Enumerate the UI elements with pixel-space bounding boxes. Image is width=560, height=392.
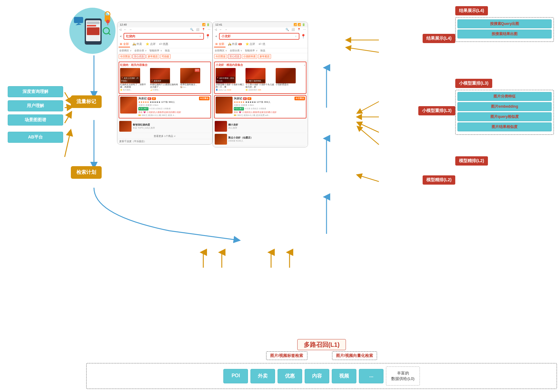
l4-item-1: 按搜索Query出图 (457, 19, 552, 28)
retrieval-labels: 图片/视频标签检索 图片/视频向量化检索 (86, 351, 557, 360)
phone2-food-img-3 (276, 68, 296, 83)
phone1-tag-open[interactable]: 今日营业 (119, 54, 132, 59)
phone2-img-caption-3: 小龙虾肥是出 (276, 83, 305, 86)
svg-line-9 (348, 48, 379, 52)
phone2-tab-delivery[interactable]: 🛵 外卖 热 (227, 42, 243, 47)
right-section-l3: 小模型重排(L3) 图片分类特征 图片embedding 图片query相似度 … (455, 79, 554, 135)
data-item-poi: POI (223, 369, 248, 383)
phone1-tab-delivery[interactable]: 🛵 外卖 (131, 42, 144, 47)
phone2-img-caption-1: 冰镇花雕小龙虾 小龙虾大概三两一只，事 (216, 83, 245, 89)
phone2-sub-item-1: 糟小龙虾 26人推荐 (215, 120, 306, 133)
phone1-tab-deal[interactable]: 🏷 优惠 (158, 42, 170, 47)
data-item-youhui: 优惠 (278, 369, 302, 383)
phone-illustration (68, 6, 117, 55)
phone-mockup-2: 12:41 📶 📶 🔋 ◁←→ 🔍⬜📍⋯ ＜ 小龙虾 ✕ 📍 ⊞ 全部 🛵 外卖… (213, 22, 302, 147)
phone2-author-2: 🌟 流星的尾巴 926 (246, 89, 275, 91)
phone1-rest-recommend: 喜欢 💗 小龙虾的人都推荐这家店的糟小龙虾 (138, 111, 209, 114)
phone2-sub-list: 糟小龙虾 26人推荐 聚点小龙虾（仙霞店） 2308条 ¥130/人 (213, 119, 307, 146)
data-item-more: ... (359, 369, 383, 383)
phone2-sub-item-1-info: 糟小龙虾 26人推荐 (228, 123, 238, 130)
svg-rect-25 (87, 27, 99, 35)
phone2-tab-review[interactable]: ⭐ 点评 (244, 42, 257, 47)
multi-recall-section: 多路召回(L1) (86, 341, 557, 349)
svg-line-13 (359, 128, 379, 145)
phone2-food-img-1: 📍 南利丰酥猪（国信中心店） (216, 68, 236, 83)
phone1-tab-review[interactable]: ⭐ 点评 (144, 42, 157, 47)
phone1-see-more[interactable]: 查看更多 1个商品 ∨ (118, 134, 212, 139)
phone1-food-img-3: 推荐 (180, 68, 200, 83)
search-plan-box: 检索计划 (71, 166, 102, 179)
l4-main-label: 结果展示(L4) (423, 34, 455, 43)
bottom-area: 多路召回(L1) 图片/视频标签检索 图片/视频向量化检索 POI 外卖 优惠 … (86, 341, 557, 389)
svg-point-32 (106, 20, 110, 23)
phone2-tag-old[interactable]: 多年老店 (258, 54, 271, 59)
phone2-tab-deal[interactable]: 🏷 优 (258, 42, 266, 47)
flow-marker-box: 流量标记 (71, 95, 102, 108)
phone2-tag-safe[interactable]: 安心优选 (228, 54, 241, 59)
svg-rect-23 (87, 22, 99, 24)
phone1-rest-tag: IT (148, 97, 151, 100)
phone2-sub-item-2-info: 聚点小龙虾（仙霞店） 2308条 ¥130/人 (228, 136, 253, 142)
phone1-time: 12:40 (120, 23, 127, 26)
data-supply-section: POI 外卖 优惠 内容 视频 ... 丰富的 数据供给(L0) (86, 363, 557, 389)
phone1-rest-info: 兴农记 IT IT 今日营业 ★★★★★ ★★★★★ 1277条 ¥83/人 北… (138, 97, 209, 117)
phone1-tabs: ⊞ 全部 🛵 外卖 ⭐ 点评 🏷 优惠 (117, 41, 212, 48)
phone2-tag-open[interactable]: 今日营业 (214, 54, 227, 59)
data-items-row: POI 外卖 优惠 内容 视频 ... (223, 369, 383, 383)
phone1-rest-rating: ★★★★★ ★★★★★ 1277条 ¥83/人 (138, 101, 209, 104)
phone1-tab-all[interactable]: ⊞ 全部 (119, 42, 130, 47)
right-section-l2: 模型精排(L2) (455, 156, 554, 167)
phone2-sub1-name: 糟小龙虾 (228, 123, 238, 126)
tag-search-label: 图片/视频标签检索 (266, 351, 307, 360)
phone-mockup-1: 12:40 📶 🔋 ◁←→ 🔍⬜📍⋯ ＜ 红烧肉 ✕ 📍 ⊞ 全部 (117, 22, 206, 145)
phone2-tab-all[interactable]: ⊞ 全部 (214, 42, 225, 47)
phone1-img-caption-2: 外婆红烧肉个人感觉红烧肉有点大圆了， (150, 83, 179, 89)
phone2-tabs: ⊞ 全部 🛵 外卖 热 ⭐ 点评 🏷 优 (213, 41, 308, 48)
phone2-content-images: 📍 南利丰酥猪（国信中心店） 冰镇花雕小龙虾 小龙虾大概三两一只，事 👤 Jac… (216, 68, 305, 91)
svg-line-10 (359, 102, 379, 112)
phone1-search-input[interactable]: 红烧肉 ✕ (124, 33, 204, 40)
svg-line-12 (359, 123, 379, 132)
vector-search-label: 图片/视频向量化检索 (332, 351, 377, 360)
phone1-tag-pickup[interactable]: 可自提 (160, 54, 171, 59)
phone1-sub-item: 鲁智深红烧肉蛋 本店 TOP4 | 220人推荐 (119, 120, 210, 133)
phone2-rest-info: 兴农记 IT IT 今日营业 ★★★★★ ★★★★★ 1277条 ¥83/人 北… (234, 97, 305, 117)
phone1-filter-row: 全部商区 ∨全部分类 ∨智能排序 ∨筛选 (117, 48, 212, 53)
phone2-rest-name: 兴农记 IT IT 今日营业 (234, 97, 305, 101)
phone2-search-bar: ＜ 小龙虾 ✕ 📍 (213, 32, 308, 41)
l3-item-1: 图片分类特征 (457, 92, 552, 101)
phone1-rest-badge: IT (152, 97, 156, 100)
svg-line-2 (65, 107, 70, 108)
phone1-rest-deal: 🎫 888元 精美8-10人餐,388元 精美 4... (138, 114, 209, 117)
svg-line-1 (65, 92, 70, 102)
phone2-status-bar: 12:41 📶 📶 🔋 (213, 22, 308, 27)
phone1-sub-name: 鲁智深红烧肉蛋 (133, 123, 155, 126)
l4-label: 结果展示(L4) (455, 6, 488, 15)
phone2-tag-lobster[interactable]: 小龙虾外卖 (242, 54, 257, 59)
phone1-tags: 今日营业 安心优选 多年老店 可自提 (117, 53, 212, 60)
phone2-sub2-info: 2308条 ¥130/人 (228, 139, 253, 142)
left-sidebar: 深度查询理解 用户理解 场景图图谱 AB平台 (8, 86, 63, 146)
svg-line-14 (359, 175, 379, 182)
phone2-restaurant-card: 兴农记 IT IT 今日营业 ★★★★★ ★★★★★ 1277条 ¥83/人 北… (214, 95, 306, 118)
phone1-search-bar: ＜ 红烧肉 ✕ 📍 (117, 32, 212, 41)
l3-items-container: 图片分类特征 图片embedding 图片query相似度 图片结果相似度 (455, 90, 554, 135)
right-panel: 结果展示(L4) 按搜索Query出图 按搜索结果出图 小模型重排(L3) 图片… (455, 6, 554, 172)
phone1-restaurant-card: 兴农记 IT IT 今日营业 ★★★★★ ★★★★★ 1277条 ¥83/人 北… (119, 95, 211, 118)
phone2-section-title: 小龙虾 · 精选内容集合› (216, 63, 305, 67)
phone1-tag-old[interactable]: 多年老店 (146, 54, 159, 59)
phone1-content-images: 📍 老井上石酒家（天平营院） 红烧肉太太好吃了，清香不腻，肉质很 🌟 每天都想.… (120, 68, 209, 91)
phone1-content: 红烧肉 · 相关内容集合 📍 老井上石酒家（天平营院） 红烧肉太太好吃了，清香不… (117, 60, 212, 144)
l3-item-2: 图片embedding (457, 102, 552, 111)
l4-item-2: 按搜索结果出图 (457, 30, 552, 38)
phone1-rest-safe: ♥ 安心餐厅 今日满 全系统店 分期数量 (138, 107, 209, 110)
phone1-food-img-2: 📍 麦家厨房 (150, 68, 170, 83)
phone1-tag-safe[interactable]: 安心优选 (132, 54, 145, 59)
phone1-author-1: 🌟 每天都想... (120, 89, 149, 91)
phone2-author-1: 👤 Jacky Lau 3132 (216, 89, 245, 91)
multi-recall-label: 多路召回(L1) (297, 339, 346, 350)
phone1-rest-name: 兴农记 IT IT 今日营业 (138, 97, 209, 101)
l3-main-label: 小模型重排(L3) (418, 106, 455, 115)
phone2-search-input[interactable]: 小龙虾 ✕ (219, 33, 299, 40)
phone1-author-2: 🌙 冷摆知... (150, 89, 179, 91)
